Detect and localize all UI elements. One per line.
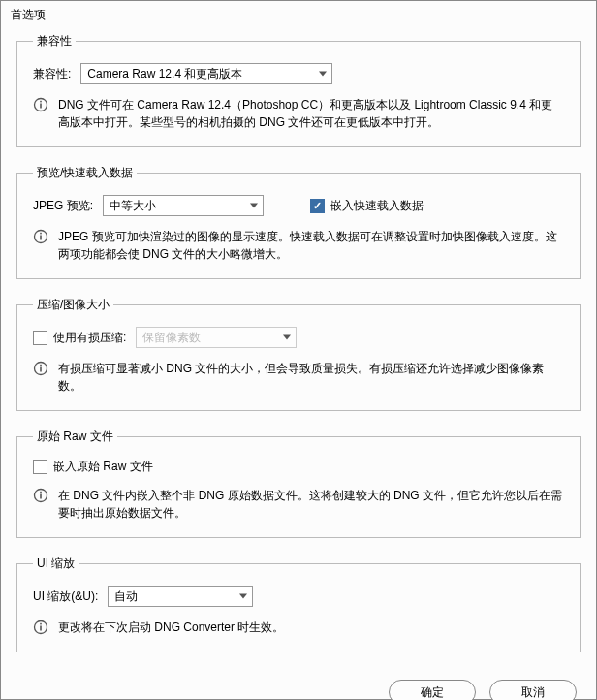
rawfile-legend: 原始 Raw 文件 — [33, 429, 117, 445]
cancel-button[interactable]: 取消 — [489, 680, 577, 700]
svg-rect-1 — [40, 104, 42, 109]
info-icon — [33, 229, 48, 244]
jpeg-preview-select[interactable]: 中等大小 — [103, 195, 264, 216]
lossy-pixels-select: 保留像素数 — [136, 327, 297, 348]
compression-legend: 压缩/图像大小 — [33, 297, 113, 313]
rawfile-group: 原始 Raw 文件 嵌入原始 Raw 文件 在 DNG 文件内嵌入整个非 DNG… — [16, 429, 581, 538]
info-icon — [33, 620, 48, 635]
lossy-checkbox-row[interactable]: 使用有损压缩: — [33, 330, 126, 346]
embed-raw-label: 嵌入原始 Raw 文件 — [53, 459, 153, 475]
uiscale-legend: UI 缩放 — [33, 556, 79, 572]
content-area: 兼容性 兼容性: Camera Raw 12.4 和更高版本 DNG 文件可在 … — [1, 33, 596, 670]
svg-rect-10 — [40, 494, 42, 499]
embed-fastload-checkbox[interactable] — [310, 199, 325, 213]
lossy-checkbox[interactable] — [33, 331, 47, 345]
preview-legend: 预览/快速载入数据 — [33, 165, 137, 181]
svg-rect-4 — [40, 236, 42, 240]
embed-fastload-checkbox-row[interactable]: 嵌入快速载入数据 — [310, 198, 424, 214]
uiscale-select[interactable]: 自动 — [108, 586, 253, 607]
svg-rect-13 — [40, 626, 42, 631]
uiscale-label: UI 缩放(&U): — [33, 589, 98, 605]
svg-rect-2 — [40, 101, 42, 103]
compatibility-label: 兼容性: — [33, 66, 71, 82]
compression-info: 有损压缩可显著减小 DNG 文件的大小，但会导致质量损失。有损压缩还允许选择减少… — [58, 360, 564, 395]
svg-rect-8 — [40, 365, 42, 366]
jpeg-preview-label: JPEG 预览: — [33, 198, 93, 214]
window-title: 首选项 — [1, 1, 596, 33]
compatibility-group: 兼容性 兼容性: Camera Raw 12.4 和更高版本 DNG 文件可在 … — [16, 33, 581, 147]
embed-fastload-label: 嵌入快速载入数据 — [330, 198, 424, 214]
svg-rect-11 — [40, 492, 42, 493]
svg-rect-14 — [40, 623, 42, 625]
compression-group: 压缩/图像大小 使用有损压缩: 保留像素数 有损压缩可显著减小 DNG 文件的大… — [16, 297, 581, 411]
ok-button[interactable]: 确定 — [389, 680, 476, 700]
compatibility-info: DNG 文件可在 Camera Raw 12.4（Photoshop CC）和更… — [58, 96, 564, 131]
info-icon — [33, 488, 48, 503]
preferences-window: 首选项 兼容性 兼容性: Camera Raw 12.4 和更高版本 DNG 文… — [0, 0, 597, 700]
info-icon — [33, 97, 48, 112]
dialog-buttons: 确定 取消 — [1, 670, 596, 700]
embed-raw-checkbox[interactable] — [33, 460, 47, 474]
info-icon — [33, 361, 48, 376]
compatibility-legend: 兼容性 — [33, 33, 76, 49]
embed-raw-checkbox-row[interactable]: 嵌入原始 Raw 文件 — [33, 459, 153, 475]
lossy-label: 使用有损压缩: — [53, 330, 126, 346]
rawfile-info: 在 DNG 文件内嵌入整个非 DNG 原始数据文件。这将创建较大的 DNG 文件… — [58, 487, 564, 522]
preview-group: 预览/快速载入数据 JPEG 预览: 中等大小 嵌入快速载入数据 JPEG 预览… — [16, 165, 581, 279]
svg-rect-5 — [40, 233, 42, 235]
uiscale-group: UI 缩放 UI 缩放(&U): 自动 更改将在下次启动 DNG Convert… — [16, 556, 581, 652]
uiscale-info: 更改将在下次启动 DNG Converter 时生效。 — [58, 619, 284, 636]
preview-info: JPEG 预览可加快渲染过的图像的显示速度。快速载入数据可在调整设置时加快图像载… — [58, 228, 564, 263]
svg-rect-7 — [40, 367, 42, 372]
compatibility-select[interactable]: Camera Raw 12.4 和更高版本 — [80, 63, 332, 84]
